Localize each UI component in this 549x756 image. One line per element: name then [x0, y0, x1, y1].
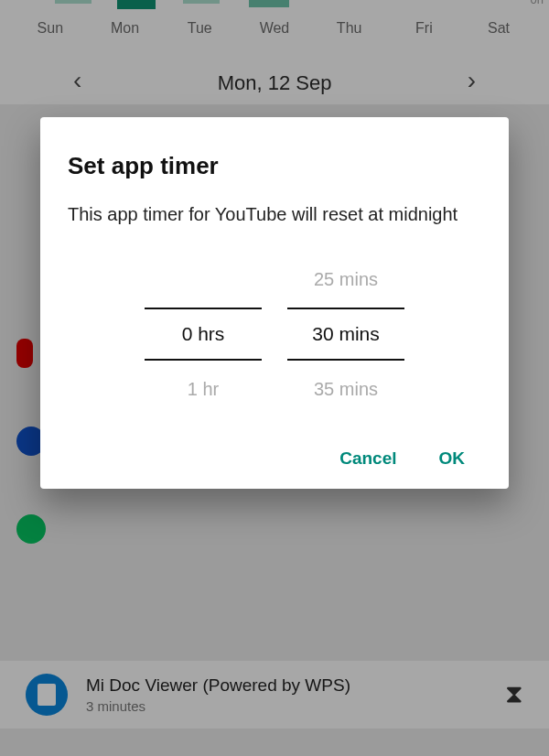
set-app-timer-dialog: Set app timer This app timer for YouTube… — [40, 117, 509, 489]
duration-picker: 0 hrs 1 hr 25 mins 30 mins 35 mins — [68, 258, 481, 410]
hours-selected-frame: 0 hrs — [145, 308, 262, 361]
minutes-selected-value: 30 mins — [312, 323, 380, 345]
ok-button[interactable]: OK — [439, 448, 466, 469]
minutes-picker[interactable]: 25 mins 30 mins 35 mins — [287, 258, 404, 410]
minutes-next: 35 mins — [314, 368, 378, 410]
minutes-selected-frame: 30 mins — [287, 308, 404, 361]
hours-next: 1 hr — [188, 368, 219, 410]
hours-picker[interactable]: 0 hrs 1 hr — [145, 258, 262, 410]
cancel-button[interactable]: Cancel — [339, 448, 396, 469]
dialog-description: This app timer for YouTube will reset at… — [68, 202, 481, 227]
minutes-prev: 25 mins — [314, 258, 378, 300]
hours-selected-value: 0 hrs — [182, 323, 225, 345]
dialog-actions: Cancel OK — [68, 436, 481, 469]
dialog-title: Set app timer — [68, 152, 481, 180]
